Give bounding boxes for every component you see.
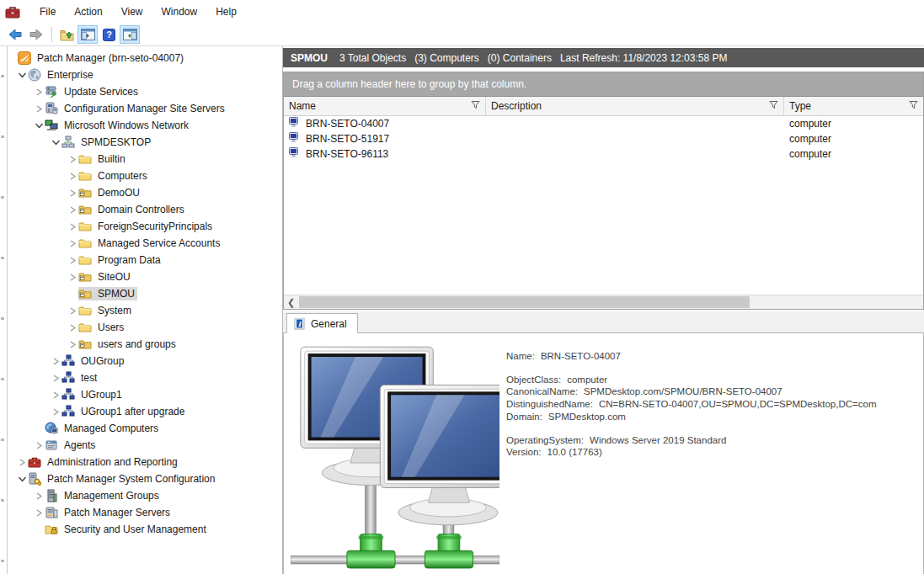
- back-button[interactable]: [5, 25, 25, 44]
- menu-item-view[interactable]: View: [112, 3, 152, 21]
- tree-item-test[interactable]: test: [8, 369, 280, 386]
- expand-arrow-icon[interactable]: [67, 322, 78, 333]
- expand-arrow-icon[interactable]: [67, 153, 78, 165]
- expand-arrow-icon[interactable]: [50, 389, 61, 401]
- last-refresh: Last Refresh: 11/8/2023 12:03:58 PM: [560, 52, 728, 64]
- tree-item-spmou[interactable]: SPMOU: [8, 285, 280, 302]
- expand-arrow-icon[interactable]: [67, 254, 78, 266]
- tree-item-label: SPMOU: [95, 287, 137, 300]
- tree-item-program-data[interactable]: Program Data: [8, 252, 280, 268]
- menu-item-action[interactable]: Action: [65, 3, 111, 21]
- tree-item-agents[interactable]: Agents: [8, 437, 280, 454]
- show-console-tree-button[interactable]: [77, 25, 98, 44]
- tree-item-microsoft-windows-network[interactable]: Microsoft Windows Network: [8, 117, 280, 134]
- computers-count: (3) Computers: [414, 52, 479, 64]
- tree-item-computers[interactable]: Computers: [8, 167, 280, 184]
- column-header-row: NameDescriptionType: [284, 97, 923, 116]
- expand-arrow-icon[interactable]: [16, 456, 28, 468]
- collapse-arrow-icon[interactable]: [16, 69, 28, 81]
- expand-arrow-icon[interactable]: [67, 338, 78, 350]
- column-header-type[interactable]: Type: [784, 97, 923, 115]
- tree-item-siteou[interactable]: SiteOU: [8, 268, 280, 285]
- main-area: Patch Manager (brn-seto-04007) Enterpris…: [0, 46, 924, 574]
- tree-item-demoou[interactable]: DemoOU: [8, 184, 280, 201]
- collapse-arrow-icon[interactable]: [50, 136, 61, 148]
- tree-item-patch-manager-servers[interactable]: Patch Manager Servers: [8, 504, 280, 521]
- table-row-brn-seto-04007[interactable]: BRN-SETO-04007 computer: [284, 116, 923, 131]
- tree-item-spmdesktop[interactable]: SPMDESKTOP: [8, 134, 280, 151]
- tree-item-builtin[interactable]: Builtin: [8, 151, 280, 167]
- filter-funnel-icon[interactable]: [909, 100, 918, 112]
- folder-icon: [78, 321, 92, 334]
- detail-field-version: Version:10.0 (17763): [506, 446, 876, 459]
- expand-arrow-icon[interactable]: [33, 86, 45, 98]
- windows-network-icon: [45, 119, 58, 132]
- show-action-pane-button[interactable]: [120, 25, 140, 44]
- filter-funnel-icon[interactable]: [471, 100, 480, 112]
- expand-arrow-icon[interactable]: [67, 170, 78, 182]
- export-list-button[interactable]: [56, 25, 77, 44]
- column-header-description[interactable]: Description: [486, 97, 784, 115]
- tree-item-administration-and-reporting[interactable]: Administration and Reporting: [8, 454, 280, 470]
- tree-item-label: Managed Computers: [61, 422, 161, 435]
- expand-arrow-icon[interactable]: [33, 439, 45, 451]
- tree-item-domain-controllers[interactable]: Domain Controllers: [8, 201, 280, 218]
- tree-item-patch-manager-brn-seto-04007[interactable]: Patch Manager (brn-seto-04007): [8, 50, 280, 66]
- menu-item-help[interactable]: Help: [206, 3, 246, 21]
- expand-arrow-icon[interactable]: [67, 271, 78, 283]
- column-header-label: Description: [491, 100, 542, 112]
- tab-general[interactable]: i General: [286, 313, 358, 333]
- field-label: OperatingSystem:: [506, 435, 584, 445]
- expand-arrow-icon[interactable]: [67, 237, 78, 249]
- help-button[interactable]: ?: [99, 25, 119, 44]
- filter-funnel-icon[interactable]: [769, 100, 778, 112]
- grid-body: BRN-SETO-04007 computer BRN-SETO-51917 c…: [284, 116, 923, 295]
- expand-arrow-icon[interactable]: [50, 355, 61, 367]
- expand-arrow-icon[interactable]: [67, 305, 78, 316]
- scrollbar-thumb[interactable]: [299, 296, 750, 308]
- tree-item-update-services[interactable]: Update Services: [8, 83, 280, 100]
- tree-item-users-and-groups[interactable]: users and groups: [8, 336, 280, 353]
- expand-arrow-icon[interactable]: [33, 490, 45, 502]
- scroll-left-icon[interactable]: ❮: [284, 295, 298, 309]
- expand-arrow-icon[interactable]: [67, 187, 78, 199]
- table-row-brn-seto-51917[interactable]: BRN-SETO-51917 computer: [284, 131, 923, 146]
- expand-arrow-icon[interactable]: [33, 507, 45, 518]
- expand-arrow-icon[interactable]: [67, 221, 78, 232]
- collapse-arrow-icon[interactable]: [33, 120, 45, 131]
- collapse-arrow-icon[interactable]: [16, 473, 28, 485]
- expand-arrow-icon[interactable]: [67, 204, 78, 215]
- folder-icon: [78, 237, 92, 250]
- tree-item-foreignsecurityprincipals[interactable]: ForeignSecurityPrincipals: [8, 218, 280, 235]
- ou-folder-icon: [78, 337, 92, 351]
- tree-item-patch-manager-system-configuration[interactable]: Patch Manager System Configuration: [8, 470, 280, 487]
- results-grid: Drag a column header here to group by th…: [283, 72, 924, 310]
- tree-item-ugroup1-after-upgrade[interactable]: UGroup1 after upgrade: [8, 403, 280, 420]
- expand-arrow-icon[interactable]: [50, 406, 61, 417]
- tree-item-users[interactable]: Users: [8, 319, 280, 336]
- detail-field-name: Name:BRN-SETO-04007: [506, 350, 876, 363]
- tree-item-managed-computers[interactable]: Managed Computers: [8, 420, 280, 437]
- action-pane-icon: [123, 29, 137, 40]
- horizontal-scrollbar[interactable]: ❮: [284, 295, 923, 309]
- menu-item-file[interactable]: File: [30, 3, 65, 21]
- expand-arrow-icon[interactable]: [50, 372, 61, 384]
- tree-item-managed-service-accounts[interactable]: Managed Service Accounts: [8, 235, 280, 252]
- tree-item-system[interactable]: System: [8, 302, 280, 319]
- expand-arrow-icon[interactable]: [33, 103, 45, 114]
- tree-item-label: SPMDESKTOP: [78, 136, 153, 149]
- column-header-label: Type: [789, 100, 811, 112]
- tree-item-configuration-manager-site-servers[interactable]: Configuration Manager Site Servers: [8, 100, 280, 117]
- tree-item-ougroup[interactable]: OUGroup: [8, 353, 280, 369]
- tree-item-management-groups[interactable]: Management Groups: [8, 487, 280, 504]
- tree-item-security-and-user-management[interactable]: Security and User Management: [8, 521, 280, 538]
- detail-field-canonicalname: CanonicalName:SPMDesktop.com/SPMOU/BRN-S…: [506, 385, 876, 398]
- table-row-brn-seto-96113[interactable]: BRN-SETO-96113 computer: [284, 146, 923, 162]
- tree-item-label: Users: [95, 321, 126, 334]
- tree-item-enterprise[interactable]: Enterprise: [8, 66, 280, 83]
- menu-item-window[interactable]: Window: [152, 3, 207, 21]
- forward-button[interactable]: [26, 25, 46, 44]
- group-by-bar[interactable]: Drag a column header here to group by th…: [284, 72, 923, 97]
- column-header-name[interactable]: Name: [284, 97, 486, 115]
- tree-item-ugroup1[interactable]: UGroup1: [8, 386, 280, 403]
